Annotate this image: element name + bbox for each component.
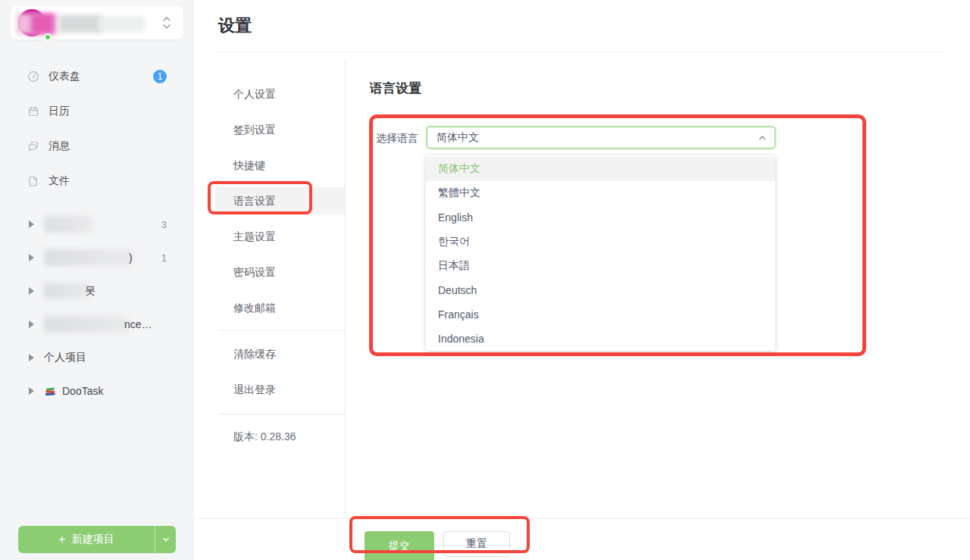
collapse-arrow-icon[interactable] [29, 287, 34, 295]
sidebar-nav: 仪表盘 1 日历 消息 文件 [0, 59, 194, 199]
settings-menu-item-clear-cache[interactable]: 清除缓存 [218, 336, 345, 372]
redacted-project-name [44, 283, 89, 299]
collapse-arrow-icon[interactable] [29, 387, 34, 395]
dropdown-option-french[interactable]: Français [426, 302, 775, 327]
project-name: DooTask [62, 385, 103, 397]
version-label: 版本: 0.28.36 [218, 419, 345, 455]
header-divider [218, 52, 943, 52]
dropdown-option-zh-tw[interactable]: 繁體中文 [426, 181, 775, 205]
menu-item-label: 清除缓存 [233, 348, 276, 361]
redacted-username-blur [99, 17, 146, 31]
dropdown-option-zh-cn[interactable]: 简体中文 [426, 157, 775, 181]
project-row-redacted[interactable]: nce… [0, 308, 194, 341]
option-label: 简体中文 [438, 162, 480, 176]
main-content: 设置 个人设置 签到设置 快捷键 语言设置 主题设置 密码设置 修改邮箱 清除缓… [194, 0, 970, 560]
option-label: 日本語 [438, 259, 470, 273]
collapse-arrow-icon[interactable] [29, 321, 34, 328]
settings-menu-item-email[interactable]: 修改邮箱 [218, 290, 345, 326]
sidebar-item-label: 日历 [48, 105, 70, 118]
settings-menu-item-theme[interactable]: 主题设置 [218, 219, 345, 255]
new-project-button-group: + 新建项目 [18, 526, 176, 553]
settings-menu-item-hotkeys[interactable]: 快捷键 [218, 148, 345, 183]
project-name-suffix: ) [129, 252, 133, 264]
settings-menu-item-personal[interactable]: 个人设置 [218, 77, 345, 112]
sidebar-projects: 3 ) 1 못 nce… 个人项目 [0, 208, 194, 408]
project-row-redacted[interactable]: 3 [0, 208, 194, 241]
option-label: 繁體中文 [438, 186, 480, 200]
page-title: 设置 [218, 14, 252, 37]
project-row-dootask[interactable]: DooTask [0, 374, 194, 408]
new-project-dropdown-button[interactable] [155, 526, 176, 553]
reset-button[interactable]: 重置 [443, 531, 510, 557]
sidebar-item-label: 文件 [48, 174, 70, 188]
option-label: 한국어 [438, 235, 470, 249]
collapse-arrow-icon[interactable] [29, 354, 34, 361]
menu-item-label: 修改邮箱 [233, 302, 276, 315]
collapse-arrow-icon[interactable] [29, 221, 34, 228]
new-project-label: 新建项目 [72, 533, 114, 546]
sidebar-item-label: 仪表盘 [48, 70, 80, 83]
chevron-updown-icon[interactable] [161, 14, 173, 32]
settings-menu-item-logout[interactable]: 退出登录 [218, 372, 345, 408]
option-label: English [438, 211, 473, 224]
menu-item-label: 密码设置 [233, 266, 276, 280]
project-row-redacted[interactable]: ) 1 [0, 241, 194, 274]
sidebar-item-messages[interactable]: 消息 [0, 129, 194, 164]
calendar-icon [27, 105, 39, 117]
redacted-project-name [44, 216, 92, 233]
dashboard-icon [27, 70, 39, 83]
sidebar: 仪表盘 1 日历 消息 文件 [0, 0, 194, 560]
project-name: 个人项目 [44, 351, 86, 364]
message-icon [27, 140, 39, 152]
menu-item-label: 快捷键 [233, 159, 265, 173]
menu-item-label: 语言设置 [233, 195, 276, 208]
sidebar-item-dashboard[interactable]: 仪表盘 1 [0, 59, 194, 94]
project-name-suffix: nce… [124, 318, 152, 330]
project-name-suffix: 못 [85, 284, 95, 298]
online-status-dot [44, 33, 52, 41]
dropdown-option-english[interactable]: English [426, 205, 775, 230]
menu-section-divider [218, 414, 345, 415]
redacted-project-name [44, 316, 129, 333]
chevron-up-icon [757, 133, 768, 143]
redacted-project-name [44, 249, 133, 266]
project-row-personal[interactable]: 个人项目 [0, 341, 194, 374]
option-label: Deutsch [438, 284, 477, 296]
submit-button[interactable]: 提交 [365, 531, 434, 560]
language-select-label: 选择语言 [376, 132, 418, 145]
plus-icon: + [58, 533, 65, 546]
collapse-arrow-icon[interactable] [29, 254, 34, 261]
menu-item-label: 签到设置 [233, 124, 276, 137]
settings-menu-item-language[interactable]: 语言设置 [218, 183, 345, 219]
project-count: 1 [161, 252, 167, 264]
project-count: 3 [161, 219, 167, 230]
menu-section-divider [218, 330, 345, 330]
file-icon [27, 175, 39, 187]
sidebar-item-calendar[interactable]: 日历 [0, 94, 194, 129]
settings-menu-item-checkin[interactable]: 签到设置 [218, 112, 345, 148]
settings-menu-item-password[interactable]: 密码设置 [218, 255, 345, 290]
dropdown-option-korean[interactable]: 한국어 [426, 230, 775, 254]
menu-item-label: 退出登录 [233, 383, 276, 397]
section-heading: 语言设置 [370, 80, 421, 97]
dropdown-option-indonesian[interactable]: Indonesia [426, 327, 775, 351]
sidebar-item-files[interactable]: 文件 [0, 164, 194, 199]
language-dropdown: 简体中文 繁體中文 English 한국어 日本語 Deutsch França… [426, 155, 775, 351]
dropdown-option-german[interactable]: Deutsch [426, 278, 775, 302]
language-select-value: 简体中文 [436, 131, 479, 145]
new-project-button[interactable]: + 新建项目 [18, 526, 155, 553]
option-label: Indonesia [438, 333, 484, 345]
option-label: Français [438, 308, 479, 321]
books-icon [44, 385, 57, 397]
settings-menu: 个人设置 签到设置 快捷键 语言设置 主题设置 密码设置 修改邮箱 清除缓存 退… [218, 77, 345, 455]
project-row-redacted[interactable]: 못 [0, 274, 194, 308]
menu-item-label: 个人设置 [233, 88, 276, 102]
redacted-username-blur [59, 15, 103, 33]
chevron-down-icon [161, 535, 171, 544]
settings-menu-divider [345, 61, 346, 518]
language-select[interactable]: 简体中文 [427, 127, 775, 149]
footer-divider [194, 518, 970, 519]
user-card[interactable] [11, 6, 183, 39]
dropdown-option-japanese[interactable]: 日本語 [426, 254, 775, 278]
app-window: 仪表盘 1 日历 消息 文件 [0, 0, 970, 560]
